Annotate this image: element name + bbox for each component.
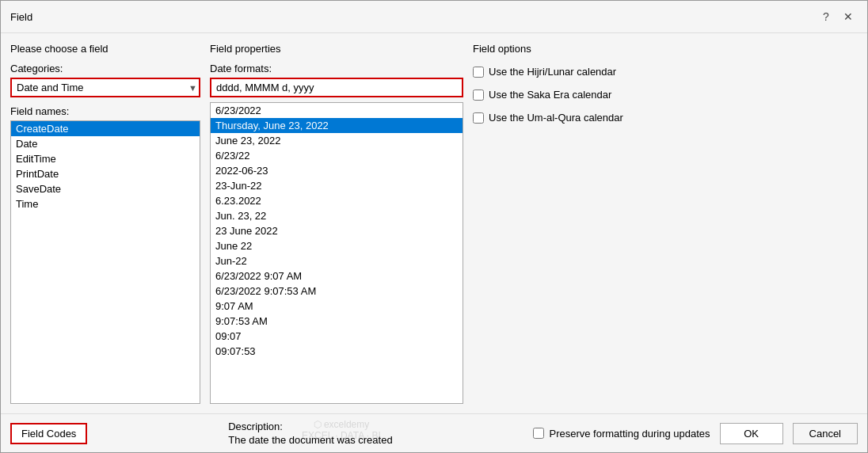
format-list-item[interactable]: June 22 bbox=[211, 238, 463, 253]
format-list-item[interactable]: 23 June 2022 bbox=[211, 223, 463, 238]
title-bar: Field ? ✕ bbox=[1, 1, 867, 33]
cancel-button[interactable]: Cancel bbox=[793, 423, 858, 444]
categories-dropdown[interactable]: Date and Time bbox=[10, 78, 200, 97]
field-name-item[interactable]: Time bbox=[11, 196, 200, 211]
watermark-line1: ⬡ exceldemy bbox=[302, 419, 381, 430]
date-format-input[interactable] bbox=[210, 78, 463, 97]
field-option-label: Use the Um-al-Qura calendar bbox=[489, 112, 623, 124]
bottom-bar: Field Codes Description: The date the do… bbox=[1, 413, 867, 452]
field-name-item[interactable]: CreateDate bbox=[11, 121, 200, 136]
categories-label: Categories: bbox=[10, 63, 200, 74]
field-option-checkbox[interactable]: Use the Hijri/Lunar calendar bbox=[473, 66, 858, 78]
close-button[interactable]: ✕ bbox=[839, 7, 858, 26]
title-bar-controls: ? ✕ bbox=[817, 7, 858, 26]
preserve-checkbox-input[interactable] bbox=[533, 428, 544, 439]
field-name-item[interactable]: EditTime bbox=[11, 151, 200, 166]
formats-listbox[interactable]: 6/23/2022Thursday, June 23, 2022June 23,… bbox=[210, 102, 463, 404]
format-list-item[interactable]: Thursday, June 23, 2022 bbox=[211, 118, 463, 133]
format-list-item[interactable]: 09:07:53 bbox=[211, 344, 463, 359]
field-option-checkbox[interactable]: Use the Saka Era calendar bbox=[473, 89, 858, 101]
right-panel: Field options Use the Hijri/Lunar calend… bbox=[473, 43, 858, 404]
watermark-line2: EXCEL · DATA · BI bbox=[302, 430, 381, 441]
format-list-item[interactable]: Jun. 23, 22 bbox=[211, 208, 463, 223]
format-list-item[interactable]: 6/23/2022 bbox=[211, 103, 463, 118]
field-codes-button[interactable]: Field Codes bbox=[10, 423, 87, 444]
bottom-right: Preserve formatting during updates OK Ca… bbox=[533, 423, 858, 444]
preserve-formatting-checkbox[interactable]: Preserve formatting during updates bbox=[533, 428, 710, 440]
field-option-checkbox-input[interactable] bbox=[473, 89, 484, 101]
field-dialog: Field ? ✕ Please choose a field Categori… bbox=[0, 0, 868, 453]
dialog-title: Field bbox=[10, 11, 32, 23]
ok-button[interactable]: OK bbox=[720, 423, 783, 444]
middle-panel: Field properties Date formats: 6/23/2022… bbox=[210, 43, 463, 404]
watermark: ⬡ exceldemy EXCEL · DATA · BI bbox=[302, 419, 381, 441]
bottom-left: Field Codes bbox=[10, 423, 87, 444]
format-list-item[interactable]: 9:07:53 AM bbox=[211, 314, 463, 329]
dialog-body: Please choose a field Categories: Date a… bbox=[1, 33, 867, 413]
field-name-item[interactable]: SaveDate bbox=[11, 181, 200, 196]
format-list-item[interactable]: 09:07 bbox=[211, 329, 463, 344]
field-options-checkboxes: Use the Hijri/Lunar calendarUse the Saka… bbox=[473, 63, 858, 124]
date-formats-label: Date formats: bbox=[210, 63, 463, 74]
preserve-label: Preserve formatting during updates bbox=[549, 428, 710, 440]
field-option-label: Use the Hijri/Lunar calendar bbox=[489, 66, 616, 78]
format-list-item[interactable]: 23-Jun-22 bbox=[211, 178, 463, 193]
format-list-item[interactable]: 6.23.2022 bbox=[211, 193, 463, 208]
field-name-item[interactable]: PrintDate bbox=[11, 166, 200, 181]
format-list-item[interactable]: 2022-06-23 bbox=[211, 163, 463, 178]
field-option-label: Use the Saka Era calendar bbox=[489, 89, 611, 101]
categories-dropdown-container: Date and Time ▼ bbox=[10, 78, 200, 97]
left-panel: Please choose a field Categories: Date a… bbox=[10, 43, 200, 404]
field-option-checkbox-input[interactable] bbox=[473, 67, 484, 78]
format-list-item[interactable]: 6/23/2022 9:07:53 AM bbox=[211, 284, 463, 299]
format-list-item[interactable]: 6/23/22 bbox=[211, 148, 463, 163]
field-name-item[interactable]: Date bbox=[11, 136, 200, 151]
format-list-item[interactable]: 6/23/2022 9:07 AM bbox=[211, 268, 463, 284]
left-section-title: Please choose a field bbox=[10, 43, 200, 55]
help-button[interactable]: ? bbox=[817, 7, 836, 26]
middle-section-title: Field properties bbox=[210, 43, 463, 55]
field-names-label: Field names: bbox=[10, 105, 200, 117]
field-option-checkbox-input[interactable] bbox=[473, 112, 484, 124]
field-option-checkbox[interactable]: Use the Um-al-Qura calendar bbox=[473, 112, 858, 124]
format-list-item[interactable]: 9:07 AM bbox=[211, 299, 463, 314]
right-section-title: Field options bbox=[473, 43, 858, 55]
format-list-item[interactable]: Jun-22 bbox=[211, 253, 463, 268]
format-list-item[interactable]: June 23, 2022 bbox=[211, 133, 463, 148]
field-names-listbox[interactable]: CreateDateDateEditTimePrintDateSaveDateT… bbox=[10, 120, 200, 404]
